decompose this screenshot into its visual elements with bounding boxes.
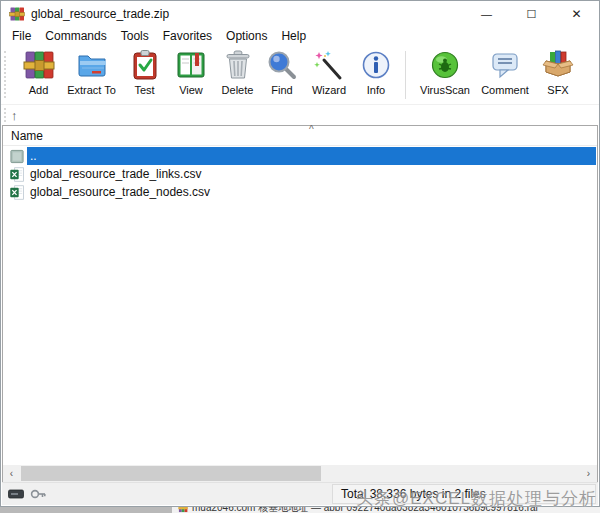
delete-trash-icon	[222, 49, 254, 81]
background-gray-block	[0, 507, 172, 513]
extract-to-button[interactable]: Extract To	[62, 49, 121, 103]
menu-favorites[interactable]: Favorites	[156, 29, 219, 43]
list-item-links-csv[interactable]: global_resource_trade_links.csv	[3, 165, 597, 183]
address-bar: ↑	[1, 105, 599, 125]
menu-options[interactable]: Options	[219, 29, 274, 43]
test-clipboard-icon	[129, 49, 161, 81]
scrollbar-thumb[interactable]	[21, 466, 321, 481]
view-label: View	[179, 84, 203, 96]
winrar-window: global_resource_trade.zip — ☐ ✕ File Com…	[0, 0, 600, 507]
maximize-button[interactable]: ☐	[509, 1, 554, 27]
list-item-nodes-csv[interactable]: global_resource_trade_nodes.csv	[3, 183, 597, 201]
key-icon	[30, 487, 46, 501]
parent-folder-icon	[9, 149, 25, 164]
sfx-label: SFX	[547, 84, 568, 96]
find-button[interactable]: Find	[261, 49, 303, 103]
delete-label: Delete	[222, 84, 254, 96]
window-title: global_resource_trade.zip	[31, 7, 169, 21]
toolbar: Add Extract To Test	[1, 45, 599, 105]
drive-icon	[8, 488, 24, 500]
view-button[interactable]: View	[168, 49, 214, 103]
test-button[interactable]: Test	[121, 49, 168, 103]
file-name: global_resource_trade_nodes.csv	[27, 183, 210, 201]
sort-ascending-icon: ^	[309, 124, 314, 135]
background-window-row: mua2046.com 核基地地址 — abbr 0922740da0382a3…	[178, 507, 539, 513]
menu-help[interactable]: Help	[274, 29, 313, 43]
screen: global_resource_trade.zip — ☐ ✕ File Com…	[0, 0, 600, 513]
column-header-label: Name	[11, 129, 43, 143]
scroll-right-arrow[interactable]: ›	[580, 468, 597, 479]
menu-file[interactable]: File	[5, 29, 38, 43]
info-label: Info	[367, 84, 385, 96]
window-controls: — ☐ ✕	[464, 1, 599, 27]
list-item-parent-folder[interactable]: ..	[3, 147, 597, 165]
background-window-title: mua2046.com 核基地地址 — abbr 0922740da0382a3…	[192, 507, 539, 513]
extract-folder-icon	[76, 49, 108, 81]
menu-commands[interactable]: Commands	[38, 29, 113, 43]
up-one-level-icon[interactable]: ↑	[11, 109, 18, 122]
minimize-button[interactable]: —	[464, 1, 509, 27]
scroll-left-arrow[interactable]: ‹	[3, 468, 20, 479]
info-icon	[360, 49, 392, 81]
excel-file-icon	[9, 185, 25, 200]
excel-file-icon	[9, 167, 25, 182]
add-button[interactable]: Add	[15, 49, 62, 103]
delete-button[interactable]: Delete	[214, 49, 261, 103]
virusscan-label: VirusScan	[420, 84, 470, 96]
comment-label: Comment	[481, 84, 529, 96]
status-bar: Total 38,336 bytes in 2 files	[2, 482, 598, 505]
comment-button[interactable]: Comment	[476, 49, 534, 103]
total-text: Total 38,336 bytes in 2 files	[341, 487, 486, 501]
comment-icon	[489, 49, 521, 81]
menu-tools[interactable]: Tools	[114, 29, 156, 43]
file-rows: .. global_resource_trade_links.csv	[3, 147, 597, 201]
file-list-panel: Name ^ ..	[2, 125, 598, 483]
wizard-label: Wizard	[312, 84, 346, 96]
info-button[interactable]: Info	[355, 49, 397, 103]
view-book-icon	[175, 49, 207, 81]
background-window-strip: mua2046.com 核基地地址 — abbr 0922740da0382a3…	[0, 507, 600, 513]
file-name: global_resource_trade_links.csv	[27, 165, 201, 183]
find-magnifier-icon	[266, 49, 298, 81]
column-header-name[interactable]: Name ^	[3, 126, 597, 146]
wizard-wand-icon	[313, 49, 345, 81]
sfx-button[interactable]: SFX	[534, 49, 582, 103]
virusscan-icon	[429, 49, 461, 81]
add-label: Add	[29, 84, 49, 96]
find-label: Find	[271, 84, 292, 96]
file-name: ..	[27, 147, 596, 165]
menu-bar: File Commands Tools Favorites Options He…	[1, 27, 599, 45]
title-bar: global_resource_trade.zip — ☐ ✕	[1, 1, 599, 27]
winrar-app-icon	[9, 6, 25, 22]
toolbar-separator	[405, 51, 406, 99]
winrar-file-icon	[178, 507, 188, 513]
horizontal-scrollbar[interactable]: ‹ ›	[3, 465, 597, 482]
virusscan-button[interactable]: VirusScan	[414, 49, 476, 103]
status-total-panel: Total 38,336 bytes in 2 files	[332, 484, 596, 504]
test-label: Test	[134, 84, 154, 96]
wizard-button[interactable]: Wizard	[303, 49, 355, 103]
sfx-box-icon	[542, 49, 574, 81]
add-archive-icon	[23, 49, 55, 81]
close-button[interactable]: ✕	[554, 1, 599, 27]
extract-to-label: Extract To	[67, 84, 116, 96]
status-icons	[8, 487, 46, 501]
